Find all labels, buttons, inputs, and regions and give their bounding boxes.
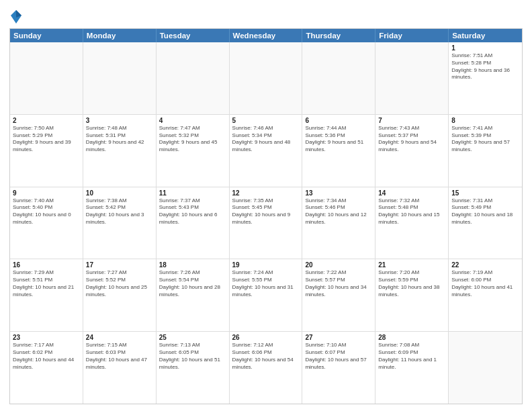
day-info: Sunrise: 7:12 AM Sunset: 6:06 PM Dayligh… [232,342,300,371]
day-info: Sunrise: 7:46 AM Sunset: 5:34 PM Dayligh… [232,125,300,154]
day-number: 9 [13,189,80,197]
day-info: Sunrise: 7:27 AM Sunset: 5:52 PM Dayligh… [86,269,153,298]
day-cell-12: 12Sunrise: 7:35 AM Sunset: 5:45 PM Dayli… [230,187,303,259]
day-info: Sunrise: 7:15 AM Sunset: 6:03 PM Dayligh… [86,342,153,371]
day-cell-17: 17Sunrise: 7:27 AM Sunset: 5:52 PM Dayli… [83,259,157,331]
calendar-row-4: 23Sunrise: 7:17 AM Sunset: 6:02 PM Dayli… [10,332,522,404]
day-info: Sunrise: 7:50 AM Sunset: 5:29 PM Dayligh… [13,125,80,154]
day-cell-20: 20Sunrise: 7:22 AM Sunset: 5:57 PM Dayli… [302,259,375,331]
day-number: 20 [305,261,372,269]
calendar-row-1: 2Sunrise: 7:50 AM Sunset: 5:29 PM Daylig… [10,115,522,187]
day-cell-24: 24Sunrise: 7:15 AM Sunset: 6:03 PM Dayli… [83,332,157,404]
day-number: 27 [305,334,372,341]
day-cell-4: 4Sunrise: 7:47 AM Sunset: 5:32 PM Daylig… [157,115,230,187]
calendar-row-0: 1Sunrise: 7:51 AM Sunset: 5:28 PM Daylig… [10,42,522,115]
day-number: 12 [232,189,300,197]
day-cell-16: 16Sunrise: 7:29 AM Sunset: 5:51 PM Dayli… [10,259,83,331]
day-info: Sunrise: 7:48 AM Sunset: 5:31 PM Dayligh… [86,125,153,154]
day-number: 1 [451,44,519,52]
day-cell-21: 21Sunrise: 7:20 AM Sunset: 5:59 PM Dayli… [375,259,449,331]
day-number: 2 [13,117,80,124]
day-cell-25: 25Sunrise: 7:13 AM Sunset: 6:05 PM Dayli… [157,332,230,404]
weekday-header-friday: Friday [375,29,449,42]
day-cell-empty-0-3 [230,42,303,114]
day-cell-11: 11Sunrise: 7:37 AM Sunset: 5:43 PM Dayli… [157,187,230,259]
day-cell-2: 2Sunrise: 7:50 AM Sunset: 5:29 PM Daylig… [10,115,83,187]
calendar-header: SundayMondayTuesdayWednesdayThursdayFrid… [10,29,522,42]
day-number: 4 [159,117,226,124]
day-cell-23: 23Sunrise: 7:17 AM Sunset: 6:02 PM Dayli… [10,332,83,404]
day-cell-10: 10Sunrise: 7:38 AM Sunset: 5:42 PM Dayli… [83,187,157,259]
day-info: Sunrise: 7:47 AM Sunset: 5:32 PM Dayligh… [159,125,226,154]
day-cell-28: 28Sunrise: 7:08 AM Sunset: 6:09 PM Dayli… [375,332,449,404]
day-number: 24 [86,334,153,341]
day-cell-5: 5Sunrise: 7:46 AM Sunset: 5:34 PM Daylig… [230,115,303,187]
day-cell-19: 19Sunrise: 7:24 AM Sunset: 5:55 PM Dayli… [230,259,303,331]
weekday-header-wednesday: Wednesday [230,29,303,42]
day-number: 17 [86,261,153,269]
header [9,7,523,24]
day-cell-18: 18Sunrise: 7:26 AM Sunset: 5:54 PM Dayli… [157,259,230,331]
day-cell-14: 14Sunrise: 7:32 AM Sunset: 5:48 PM Dayli… [375,187,449,259]
day-number: 5 [232,117,300,124]
day-info: Sunrise: 7:10 AM Sunset: 6:07 PM Dayligh… [305,342,372,371]
weekday-header-sunday: Sunday [10,29,83,42]
day-cell-9: 9Sunrise: 7:40 AM Sunset: 5:40 PM Daylig… [10,187,83,259]
day-cell-empty-0-0 [10,42,83,114]
day-info: Sunrise: 7:37 AM Sunset: 5:43 PM Dayligh… [159,197,226,226]
weekday-header-thursday: Thursday [302,29,375,42]
day-number: 3 [86,117,153,124]
day-number: 16 [13,261,80,269]
day-info: Sunrise: 7:34 AM Sunset: 5:46 PM Dayligh… [305,197,372,226]
day-number: 7 [378,117,445,124]
day-info: Sunrise: 7:51 AM Sunset: 5:28 PM Dayligh… [451,52,519,81]
day-number: 25 [159,334,226,341]
day-number: 22 [451,261,519,269]
day-info: Sunrise: 7:32 AM Sunset: 5:48 PM Dayligh… [378,197,445,226]
day-cell-empty-0-2 [157,42,230,114]
day-cell-empty-0-4 [302,42,375,114]
day-info: Sunrise: 7:41 AM Sunset: 5:39 PM Dayligh… [451,125,519,154]
day-info: Sunrise: 7:13 AM Sunset: 6:05 PM Dayligh… [159,342,226,371]
day-info: Sunrise: 7:20 AM Sunset: 5:59 PM Dayligh… [378,269,445,298]
day-cell-22: 22Sunrise: 7:19 AM Sunset: 6:00 PM Dayli… [449,259,522,331]
day-cell-3: 3Sunrise: 7:48 AM Sunset: 5:31 PM Daylig… [83,115,157,187]
day-info: Sunrise: 7:40 AM Sunset: 5:40 PM Dayligh… [13,197,80,226]
day-cell-15: 15Sunrise: 7:31 AM Sunset: 5:49 PM Dayli… [449,187,522,259]
day-number: 10 [86,189,153,197]
day-info: Sunrise: 7:38 AM Sunset: 5:42 PM Dayligh… [86,197,153,226]
day-cell-26: 26Sunrise: 7:12 AM Sunset: 6:06 PM Dayli… [230,332,303,404]
day-cell-empty-0-1 [83,42,157,114]
day-cell-empty-4-6 [449,332,522,404]
day-info: Sunrise: 7:22 AM Sunset: 5:57 PM Dayligh… [305,269,372,298]
day-number: 13 [305,189,372,197]
day-info: Sunrise: 7:29 AM Sunset: 5:51 PM Dayligh… [13,269,80,298]
weekday-header-monday: Monday [83,29,157,42]
day-cell-8: 8Sunrise: 7:41 AM Sunset: 5:39 PM Daylig… [449,115,522,187]
calendar: SundayMondayTuesdayWednesdayThursdayFrid… [9,28,523,404]
day-number: 6 [305,117,372,124]
day-number: 18 [159,261,226,269]
page: SundayMondayTuesdayWednesdayThursdayFrid… [0,0,532,411]
day-info: Sunrise: 7:35 AM Sunset: 5:45 PM Dayligh… [232,197,300,226]
day-info: Sunrise: 7:26 AM Sunset: 5:54 PM Dayligh… [159,269,226,298]
calendar-body: 1Sunrise: 7:51 AM Sunset: 5:28 PM Daylig… [10,42,522,404]
logo [9,9,22,24]
day-number: 11 [159,189,226,197]
calendar-row-3: 16Sunrise: 7:29 AM Sunset: 5:51 PM Dayli… [10,259,522,332]
day-number: 14 [378,189,445,197]
weekday-header-tuesday: Tuesday [157,29,230,42]
day-cell-27: 27Sunrise: 7:10 AM Sunset: 6:07 PM Dayli… [302,332,375,404]
day-info: Sunrise: 7:24 AM Sunset: 5:55 PM Dayligh… [232,269,300,298]
calendar-row-2: 9Sunrise: 7:40 AM Sunset: 5:40 PM Daylig… [10,187,522,260]
day-cell-empty-0-5 [375,42,449,114]
weekday-header-saturday: Saturday [449,29,522,42]
day-number: 26 [232,334,300,341]
day-number: 19 [232,261,300,269]
day-info: Sunrise: 7:31 AM Sunset: 5:49 PM Dayligh… [451,197,519,226]
day-number: 15 [451,189,519,197]
logo-icon [10,9,22,24]
day-cell-13: 13Sunrise: 7:34 AM Sunset: 5:46 PM Dayli… [302,187,375,259]
day-info: Sunrise: 7:44 AM Sunset: 5:36 PM Dayligh… [305,125,372,154]
day-info: Sunrise: 7:17 AM Sunset: 6:02 PM Dayligh… [13,342,80,371]
